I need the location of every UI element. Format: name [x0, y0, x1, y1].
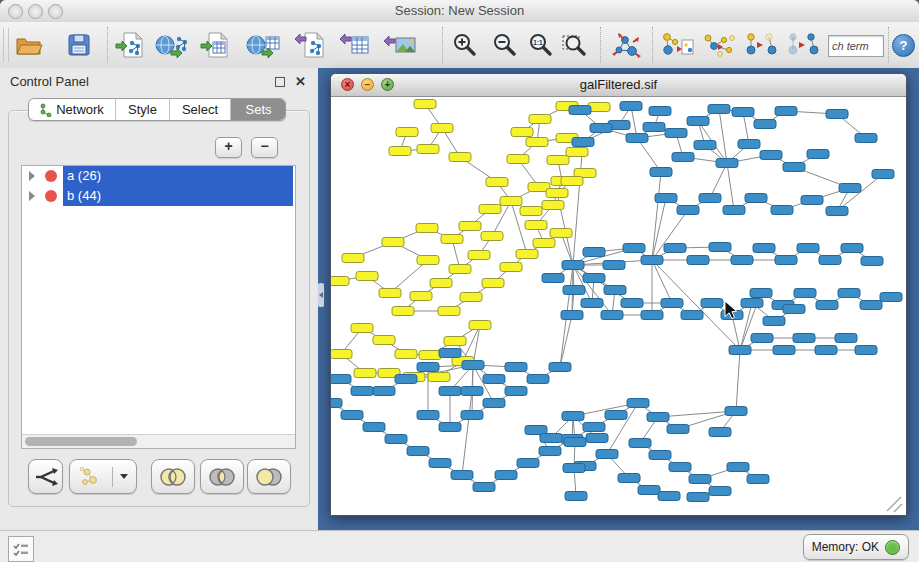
expander-caret-icon[interactable] — [29, 171, 35, 181]
remove-set-button[interactable]: − — [251, 137, 278, 158]
resize-grip-icon[interactable] — [887, 497, 902, 512]
intersection-button[interactable] — [200, 459, 244, 494]
search-input-text: ch term — [829, 36, 883, 56]
import-network-file-button[interactable] — [113, 28, 149, 62]
toolbar-separator — [652, 27, 653, 63]
memory-status-button[interactable]: Memory: OK — [803, 534, 909, 560]
union-button[interactable] — [151, 459, 195, 494]
import-table-file-button[interactable] — [198, 28, 234, 62]
import-table-file-icon — [200, 31, 232, 59]
task-history-button[interactable] — [8, 536, 34, 562]
tab-style[interactable]: Style — [115, 99, 169, 120]
zoom-actual-size-icon: 1:1 — [528, 32, 554, 58]
plus-icon: + — [224, 138, 232, 154]
tab-sets-label: Sets — [245, 102, 271, 117]
zoom-in-button[interactable] — [447, 28, 483, 62]
sets-list: a (26) b (44) — [21, 165, 296, 449]
set-label: b (44) — [67, 186, 101, 206]
difference-button[interactable] — [247, 459, 291, 494]
set-color-dot-icon — [45, 190, 57, 202]
export-network-button[interactable] — [292, 28, 328, 62]
intersection-venn-icon — [207, 467, 237, 487]
scrollbar-thumb[interactable] — [25, 437, 137, 446]
import-table-url-button[interactable] — [245, 28, 281, 62]
panel-collapse-handle[interactable] — [318, 283, 324, 307]
memory-status-dot-icon — [885, 540, 900, 555]
list-item[interactable]: b (44) — [22, 186, 295, 206]
search-input[interactable]: ch term — [828, 35, 884, 57]
import-network-url-button[interactable] — [154, 28, 190, 62]
difference-venn-icon — [254, 467, 284, 487]
application-window: Session: New Session — [0, 0, 919, 562]
control-panel-title: Control Panel — [10, 68, 89, 95]
network-desktop: × − + galFiltered.sif — [318, 68, 919, 530]
toolbar-separator — [600, 27, 601, 63]
control-panel-tabs: Network Style Select Sets — [28, 98, 286, 121]
zoom-actual-size-button[interactable]: 1:1 — [523, 28, 559, 62]
toolbar-separator — [888, 27, 889, 63]
network-graph[interactable] — [331, 97, 904, 514]
tab-network-label: Network — [56, 102, 104, 117]
tab-network[interactable]: Network — [29, 99, 115, 120]
export-table-icon — [339, 31, 371, 59]
apply-layout-icon — [609, 30, 643, 60]
import-network-file-icon — [115, 31, 147, 59]
new-network-from-selection-icon — [660, 30, 694, 60]
button-divider — [112, 467, 113, 487]
network-window[interactable]: × − + galFiltered.sif — [330, 73, 907, 516]
toolbar-drag-handle[interactable] — [3, 28, 9, 62]
expander-caret-icon[interactable] — [29, 191, 35, 201]
import-table-url-icon — [245, 31, 281, 59]
split-sets-button[interactable] — [28, 459, 63, 494]
show-all-icon — [786, 30, 822, 60]
window-title: Session: New Session — [0, 0, 919, 22]
save-icon — [67, 33, 91, 57]
task-checklist-icon — [13, 542, 29, 556]
set-label: a (26) — [67, 166, 101, 186]
create-set-from-network-button[interactable] — [69, 459, 137, 494]
dropdown-caret-icon[interactable] — [120, 474, 128, 479]
export-image-button[interactable] — [382, 28, 418, 62]
new-network-from-selection-button[interactable] — [659, 28, 695, 62]
export-table-button[interactable] — [337, 28, 373, 62]
add-set-button[interactable]: + — [215, 137, 242, 158]
first-neighbors-button[interactable] — [702, 28, 738, 62]
apply-preferred-layout-button[interactable] — [608, 28, 644, 62]
tab-select[interactable]: Select — [169, 99, 230, 120]
zoom-fit-selected-button[interactable] — [557, 28, 593, 62]
zoom-out-button[interactable] — [487, 28, 523, 62]
list-item[interactable]: a (26) — [22, 166, 295, 186]
export-network-icon — [294, 31, 326, 59]
horizontal-scrollbar[interactable] — [22, 434, 295, 448]
float-panel-icon[interactable] — [275, 77, 285, 87]
zoom-fit-selected-icon — [561, 32, 589, 58]
memory-status-label: Memory: OK — [812, 540, 879, 554]
union-venn-icon — [158, 467, 188, 487]
network-tree-icon — [40, 103, 52, 117]
network-canvas[interactable] — [331, 97, 904, 514]
help-icon: ? — [900, 38, 908, 53]
control-panel-header: Control Panel ✕ — [0, 68, 318, 95]
svg-text:1:1: 1:1 — [533, 39, 543, 46]
hide-selected-button[interactable] — [744, 28, 780, 62]
open-session-button[interactable] — [11, 28, 47, 62]
tab-select-label: Select — [182, 102, 218, 117]
save-session-button[interactable] — [61, 28, 97, 62]
tab-sets[interactable]: Sets — [230, 99, 286, 120]
network-window-titlebar[interactable]: × − + galFiltered.sif — [331, 74, 906, 97]
collapse-arrow-icon — [319, 292, 323, 298]
zoom-out-icon — [492, 32, 518, 58]
export-image-icon — [383, 31, 417, 59]
show-all-button[interactable] — [786, 28, 822, 62]
toolbar-separator — [107, 27, 108, 63]
hide-selected-icon — [744, 30, 780, 60]
close-panel-icon[interactable]: ✕ — [295, 73, 306, 91]
open-folder-icon — [15, 33, 43, 57]
zoom-in-icon — [452, 32, 478, 58]
help-button[interactable]: ? — [892, 34, 915, 57]
network-window-title: galFiltered.sif — [331, 74, 906, 96]
window-titlebar: Session: New Session — [0, 0, 919, 23]
control-panel: Control Panel ✕ Network Style Select Set… — [0, 68, 319, 530]
status-bar: Memory: OK — [0, 530, 919, 562]
minus-icon: − — [260, 138, 268, 154]
